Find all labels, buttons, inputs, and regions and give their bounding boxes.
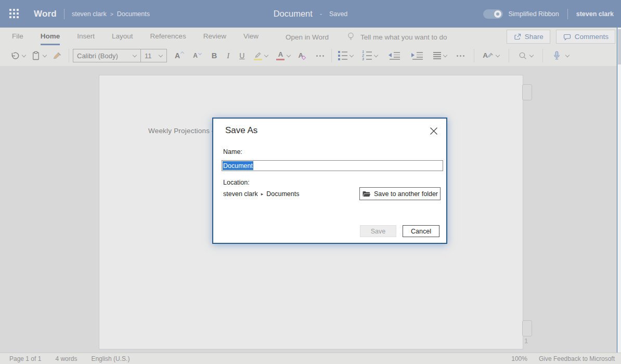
selected-text: Document	[223, 161, 253, 170]
location-user: steven clark	[223, 190, 258, 198]
save-as-dialog: Save As Name: Document Location: steven …	[212, 118, 447, 244]
location-label: Location:	[223, 179, 250, 186]
dialog-title: Save As	[225, 125, 257, 136]
location-separator: ▸	[261, 191, 264, 197]
cancel-button[interactable]: Cancel	[403, 225, 439, 237]
location-breadcrumb: steven clark ▸ Documents	[223, 190, 299, 198]
save-to-another-folder-label: Save to another folder	[374, 190, 438, 198]
close-icon[interactable]	[430, 127, 438, 135]
save-to-another-folder-button[interactable]: Save to another folder	[359, 187, 441, 200]
scrollbar-thumb[interactable]	[618, 29, 621, 64]
name-input[interactable]: Document	[222, 160, 443, 171]
save-button[interactable]: Save	[360, 225, 396, 237]
folder-icon	[362, 190, 371, 198]
vertical-scrollbar[interactable]	[617, 28, 621, 353]
location-folder: Documents	[266, 190, 299, 198]
name-label: Name:	[223, 148, 242, 155]
